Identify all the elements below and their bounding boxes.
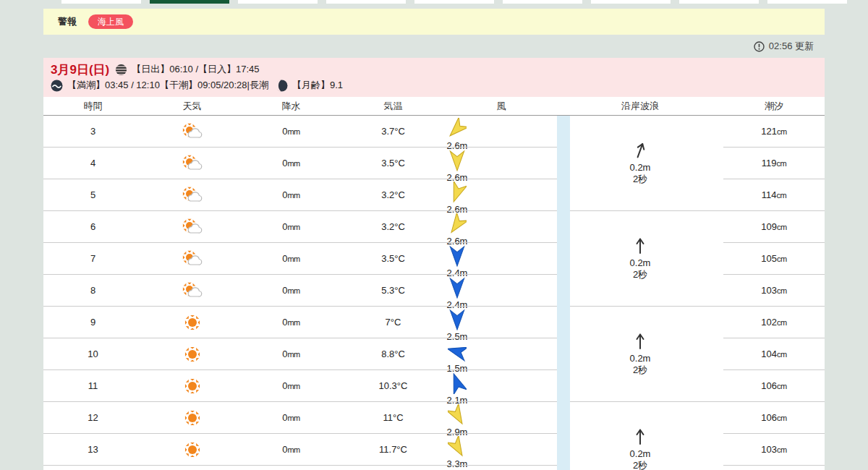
wave-height: 0.2m	[630, 353, 651, 364]
table-row: 3 0mm3.7°C 2.6m	[43, 116, 557, 148]
temp-cell: 3.5°C	[341, 243, 446, 274]
temp-cell: 5.3°C	[341, 275, 446, 306]
wave-arrow-icon	[634, 333, 646, 353]
temp-cell: 7°C	[341, 307, 446, 338]
sea-wind-warning-badge[interactable]: 海上風	[88, 14, 133, 29]
top-tab-0[interactable]	[61, 0, 141, 4]
sun-behind-cloud-icon	[142, 275, 242, 306]
sun-behind-cloud-icon	[142, 179, 242, 210]
wind-arrow-icon	[448, 309, 467, 333]
header-precip: 降水	[242, 97, 341, 115]
header-weather: 天気	[142, 97, 242, 115]
wave-arrow-icon	[634, 428, 646, 448]
precip-cell: 0mm	[242, 179, 341, 210]
table-row: 100mm8.8°C 1.5m	[43, 338, 557, 370]
wind-cell: 2.4m	[435, 275, 479, 306]
hour-cell: 13	[43, 434, 142, 465]
wave-group: 0.2m 2秒	[570, 402, 825, 470]
wave-height: 0.2m	[630, 257, 651, 269]
top-tab-6[interactable]	[591, 0, 671, 4]
update-time-text: 02:56 更新	[769, 40, 814, 53]
sun-icon	[142, 307, 242, 338]
sunrise-icon	[115, 64, 127, 76]
wind-arrow-icon	[448, 372, 467, 396]
top-tab-7[interactable]	[679, 0, 759, 4]
wind-cell: 2.6m	[435, 116, 479, 147]
precip-cell: 0mm	[242, 275, 341, 306]
warning-banner: 警報 海上風	[43, 9, 825, 35]
date-banner: 3月9日(日) 【日出】06:10 /【日入】17:45	[43, 58, 825, 97]
date-line: 3月9日(日) 【日出】06:10 /【日入】17:45	[51, 61, 825, 77]
sun-icon	[142, 402, 242, 433]
wind-cell: 3.3m	[435, 434, 479, 465]
column-divider-strip	[557, 116, 570, 470]
table-row: 120mm11°C 2.9m	[43, 402, 557, 434]
wind-arrow-icon	[448, 181, 467, 205]
table-row: 8 0mm5.3°C 2.4m	[43, 275, 557, 307]
warning-label: 警報	[58, 15, 77, 28]
hour-cell: 12	[43, 402, 142, 433]
precip-cell: 0mm	[242, 307, 341, 338]
moon-age-text: 【月齢】9.1	[292, 79, 343, 92]
wave-group: 0.2m 2秒	[570, 307, 825, 402]
wind-arrow-icon	[448, 277, 467, 301]
wind-cell: 2.4m	[435, 243, 479, 274]
precip-cell: 0mm	[242, 370, 341, 401]
precip-cell: 0mm	[242, 243, 341, 274]
wind-cell: 2.6m	[435, 211, 479, 242]
alert-circle-icon[interactable]	[754, 41, 765, 52]
table-row: 7 0mm3.5°C 2.4m	[43, 243, 557, 275]
tide-wave-icon	[51, 80, 63, 92]
table-row: 6 0mm3.2°C 2.6m	[43, 211, 557, 243]
wind-cell: 2.1m	[435, 370, 479, 401]
sun-icon	[142, 434, 242, 465]
table-header: 時間 天気 降水 気温 風 沿岸波浪 潮汐	[43, 97, 825, 116]
hour-cell: 9	[43, 307, 142, 338]
sun-icon	[142, 338, 242, 369]
wind-cell: 2.5m	[435, 307, 479, 338]
hour-cell: 3	[43, 116, 142, 147]
hour-cell: 8	[43, 275, 142, 306]
wind-arrow-icon	[448, 341, 467, 364]
top-tab-3[interactable]	[326, 0, 406, 4]
temp-cell: 3.7°C	[341, 116, 446, 147]
wind-cell: 2.6m	[435, 148, 479, 179]
wave-arrow-icon	[634, 142, 646, 162]
wind-cell: 1.5m	[435, 338, 479, 369]
table-row: 110mm10.3°C 2.1m	[43, 370, 557, 402]
wave-arrow-icon	[634, 237, 646, 257]
wind-arrow-icon	[448, 245, 467, 269]
table-body: 3 0mm3.7°C 2.6m121cm4 0mm3.5°C 2.6m119cm…	[43, 116, 825, 470]
header-waves: 沿岸波浪	[570, 97, 710, 115]
temp-cell: 10.3°C	[341, 370, 446, 401]
top-tab-8[interactable]	[767, 0, 847, 4]
wind-arrow-icon	[448, 213, 467, 237]
top-tab-5[interactable]	[503, 0, 582, 4]
top-tab-4[interactable]	[414, 0, 494, 4]
marine-weather-page: 警報 海上風 02:56 更新 3月9日(日)	[0, 0, 868, 470]
table-row-partial	[43, 466, 557, 470]
precip-cell: 0mm	[242, 434, 341, 465]
table-row: 90mm7°C 2.5m	[43, 307, 557, 338]
hour-cell: 11	[43, 370, 142, 401]
wave-group: 0.2m 2秒	[570, 116, 825, 211]
table-row: 5 0mm3.2°C 2.6m	[43, 179, 557, 211]
top-tab-1[interactable]	[150, 0, 229, 4]
wave-period: 2秒	[633, 269, 647, 281]
sun-icon	[142, 370, 242, 401]
wind-cell: 2.6m	[435, 179, 479, 210]
sunrise-sunset-text: 【日出】06:10 /【日入】17:45	[132, 63, 259, 76]
tide-line: 【満潮】03:45 / 12:10【干潮】09:05/20:28|長潮 【月齢】…	[51, 77, 825, 93]
wind-arrow-icon	[448, 404, 467, 428]
wave-height: 0.2m	[630, 448, 651, 460]
precip-cell: 0mm	[242, 116, 341, 147]
tide-times-text: 【満潮】03:45 / 12:10【干潮】09:05/20:28|長潮	[67, 79, 268, 92]
wave-period: 2秒	[633, 174, 647, 185]
header-wind: 風	[446, 97, 557, 115]
temp-cell: 3.5°C	[341, 148, 446, 179]
update-status: 02:56 更新	[754, 40, 814, 53]
top-tab-2[interactable]	[238, 0, 318, 4]
temp-cell: 3.2°C	[341, 211, 446, 242]
date-text: 3月9日(日)	[51, 61, 109, 78]
temp-cell: 11.7°C	[341, 434, 446, 465]
